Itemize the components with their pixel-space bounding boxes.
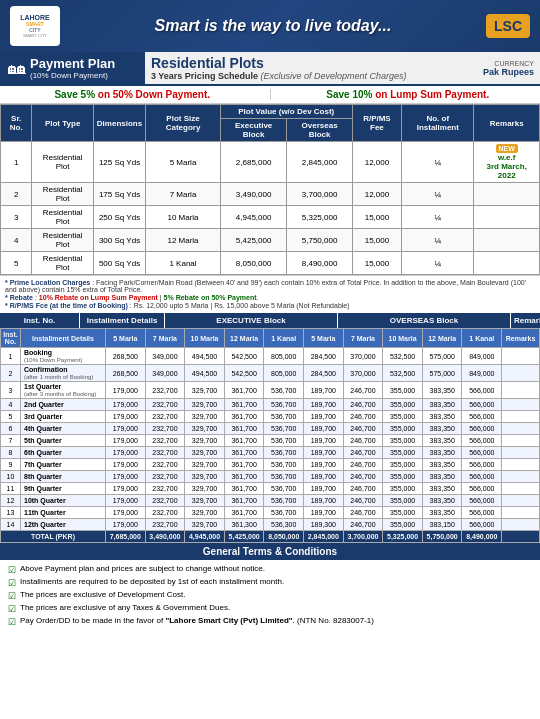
inst-e1k: 536,700 bbox=[264, 447, 304, 459]
inst-e7: 232,700 bbox=[145, 447, 185, 459]
inst-e5: 179,000 bbox=[106, 483, 146, 495]
cell-inst: ¼ bbox=[402, 252, 474, 275]
inst-e10: 494,500 bbox=[185, 365, 225, 382]
inst-e1k: 536,700 bbox=[264, 471, 304, 483]
cell-dim: 175 Sq Yds bbox=[93, 183, 145, 206]
cell-size: 7 Marla bbox=[146, 183, 221, 206]
inst-o10: 355,000 bbox=[383, 495, 423, 507]
inst-o1k: 849,000 bbox=[462, 348, 502, 365]
total-remarks bbox=[502, 531, 540, 543]
inst-o5: 189,700 bbox=[304, 411, 344, 423]
inst-e12: 542,500 bbox=[224, 365, 264, 382]
ov-10m: 10 Marla bbox=[383, 329, 423, 348]
inst-o1k: 566,000 bbox=[462, 507, 502, 519]
payment-title-text: Payment Plan (10% Down Payment) bbox=[30, 56, 115, 80]
inst-o12: 575,000 bbox=[422, 348, 462, 365]
inst-table-row: 8 6th Quarter 179,000 232,700 329,700 36… bbox=[1, 447, 540, 459]
table-row: 3 Residential Plot 250 Sq Yds 10 Marla 4… bbox=[1, 206, 540, 229]
col-exec-block: Executive Block bbox=[220, 119, 287, 142]
col-dimensions: Dimensions bbox=[93, 105, 145, 142]
inst-e10: 329,700 bbox=[185, 435, 225, 447]
inst-e1k: 805,000 bbox=[264, 348, 304, 365]
inst-table-row: 2 Confirmation(after 1 month of Booking)… bbox=[1, 365, 540, 382]
inst-no-cell: 8 bbox=[1, 447, 21, 459]
inst-e1k: 536,700 bbox=[264, 423, 304, 435]
col-plot-size: Plot Size Category bbox=[146, 105, 221, 142]
cell-inst: ¼ bbox=[402, 229, 474, 252]
inst-e10: 329,700 bbox=[185, 495, 225, 507]
inst-e12: 361,700 bbox=[224, 382, 264, 399]
inst-e7: 232,700 bbox=[145, 495, 185, 507]
savings-item-2: Save 10% on Lump Sum Payment. bbox=[281, 89, 536, 100]
inst-no-cell: 9 bbox=[1, 459, 21, 471]
inst-e12: 361,700 bbox=[224, 483, 264, 495]
inst-o5: 189,700 bbox=[304, 483, 344, 495]
inst-o7: 246,700 bbox=[343, 382, 383, 399]
rebate-note: * Rebate : 10% Rebate on Lump Sum Paymen… bbox=[5, 294, 535, 301]
inst-e7: 232,700 bbox=[145, 471, 185, 483]
overseas-block-header: OVERSEAS Block bbox=[338, 313, 510, 328]
inst-remarks-cell bbox=[502, 399, 540, 411]
inst-e10: 329,700 bbox=[185, 483, 225, 495]
inst-o5: 189,700 bbox=[304, 382, 344, 399]
inst-e5: 179,000 bbox=[106, 382, 146, 399]
inst-no-cell: 10 bbox=[1, 471, 21, 483]
exec-12m: 12 Marla bbox=[224, 329, 264, 348]
inst-remarks-cell bbox=[502, 495, 540, 507]
inst-no-cell: 14 bbox=[1, 519, 21, 531]
inst-remarks-cell bbox=[502, 471, 540, 483]
savings-row: Save 5% on 50% Down Payment. Save 10% on… bbox=[0, 86, 540, 104]
inst-e12: 361,700 bbox=[224, 507, 264, 519]
inst-table-row: 3 1st Quarter(after 3 months of Booking)… bbox=[1, 382, 540, 399]
inst-o7: 246,700 bbox=[343, 507, 383, 519]
inst-detail-cell: 9th Quarter bbox=[21, 483, 106, 495]
inst-e12: 361,700 bbox=[224, 399, 264, 411]
currency-box: Currency Pak Rupees bbox=[477, 52, 540, 84]
gtc-check-icon: ☑ bbox=[8, 578, 16, 588]
main-pricing-table: Sr. No. Plot Type Dimensions Plot Size C… bbox=[0, 104, 540, 275]
cell-size: 12 Marla bbox=[146, 229, 221, 252]
inst-remarks-cell bbox=[502, 519, 540, 531]
inst-e7: 349,000 bbox=[145, 365, 185, 382]
header-tagline: Smart is the way to live today... bbox=[60, 17, 486, 35]
inst-detail-cell: 7th Quarter bbox=[21, 459, 106, 471]
inst-o1k: 566,000 bbox=[462, 411, 502, 423]
payment-icon: 🏘 bbox=[8, 58, 26, 79]
gtc-item: ☑ The prices are exclusive of Developmen… bbox=[8, 590, 532, 601]
cell-type: Residential Plot bbox=[32, 252, 93, 275]
inst-e12: 542,500 bbox=[224, 348, 264, 365]
inst-e5: 179,000 bbox=[106, 435, 146, 447]
inst-o7: 246,700 bbox=[343, 435, 383, 447]
inst-no-cell: 5 bbox=[1, 411, 21, 423]
total-label: TOTAL (PKR) bbox=[1, 531, 106, 543]
logo-lahore-text: LAHORE bbox=[20, 14, 50, 21]
inst-o7: 370,000 bbox=[343, 348, 383, 365]
gtc-item-text: Installments are required to be deposite… bbox=[20, 577, 284, 586]
savings-divider bbox=[270, 89, 271, 100]
inst-o1k: 566,000 bbox=[462, 423, 502, 435]
col-overseas-block: Overseas Block bbox=[287, 119, 352, 142]
inst-e7: 349,000 bbox=[145, 348, 185, 365]
total-e10: 4,945,000 bbox=[185, 531, 225, 543]
inst-o1k: 566,000 bbox=[462, 483, 502, 495]
inst-e10: 329,700 bbox=[185, 382, 225, 399]
inst-o1k: 566,000 bbox=[462, 471, 502, 483]
inst-e1k: 536,700 bbox=[264, 507, 304, 519]
cell-type: Residential Plot bbox=[32, 183, 93, 206]
exec-1k: 1 Kanal bbox=[264, 329, 304, 348]
total-o5: 2,845,000 bbox=[304, 531, 344, 543]
inst-no-cell: 3 bbox=[1, 382, 21, 399]
inst-o1k: 566,000 bbox=[462, 399, 502, 411]
cell-overseas: 3,700,000 bbox=[287, 183, 352, 206]
inst-o1k: 849,000 bbox=[462, 365, 502, 382]
inst-detail-cell: 4th Quarter bbox=[21, 423, 106, 435]
cell-remarks bbox=[474, 229, 540, 252]
logo-area: LAHORE SMART CITY SMART CITY bbox=[10, 6, 60, 46]
inst-remarks-cell bbox=[502, 447, 540, 459]
inst-o5: 284,500 bbox=[304, 365, 344, 382]
inst-o10: 355,000 bbox=[383, 447, 423, 459]
cell-exec: 2,685,000 bbox=[220, 142, 287, 183]
ov-7m: 7 Marla bbox=[343, 329, 383, 348]
total-e12: 5,425,000 bbox=[224, 531, 264, 543]
payment-info: Residential Plots 3 Years Pricing Schedu… bbox=[145, 52, 477, 84]
